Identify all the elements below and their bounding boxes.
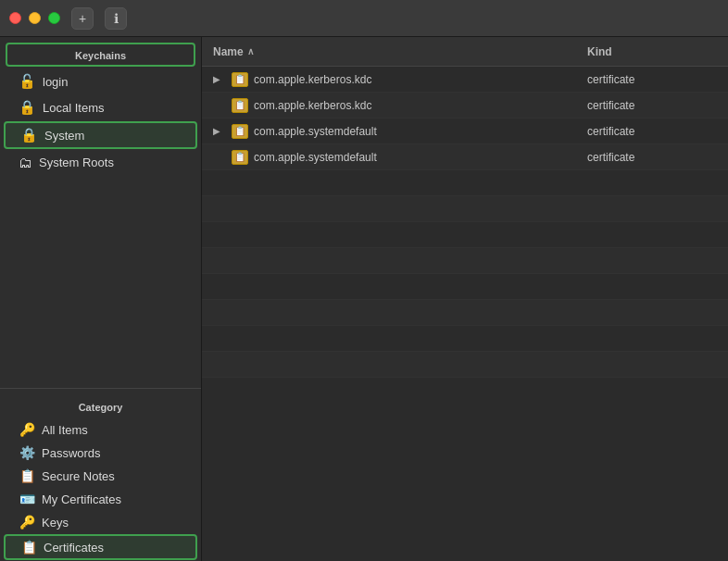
- cert-icon: 📋: [232, 124, 248, 139]
- empty-row: [202, 274, 728, 300]
- secure-notes-icon: 📋: [19, 468, 35, 483]
- table-row[interactable]: 📋 com.apple.kerberos.kdc certificate: [202, 93, 728, 118]
- column-kind-header[interactable]: Kind: [587, 45, 717, 58]
- all-items-icon: 🔑: [19, 422, 35, 437]
- empty-row: [202, 170, 728, 196]
- row-name-cell: 📋 com.apple.kerberos.kdc: [213, 98, 587, 113]
- empty-row: [202, 352, 728, 378]
- lock-closed-icon: 🔒: [19, 99, 36, 116]
- titlebar: + ℹ: [0, 0, 728, 37]
- row-kind-cell: certificate: [587, 73, 717, 86]
- row-name-cell: 📋 com.apple.systemdefault: [213, 150, 587, 165]
- table-row[interactable]: 📋 com.apple.systemdefault certificate: [202, 144, 728, 170]
- column-name-header[interactable]: Name ∧: [213, 45, 587, 58]
- table-body: ▶ 📋 com.apple.kerberos.kdc certificate 📋…: [202, 67, 728, 561]
- lock-closed-icon: 🔒: [20, 127, 38, 143]
- close-button[interactable]: [9, 12, 21, 24]
- keys-icon: 🔑: [19, 515, 35, 530]
- empty-row: [202, 248, 728, 274]
- row-name-cell: ▶ 📋 com.apple.systemdefault: [213, 124, 587, 139]
- passwords-icon: ⚙️: [19, 445, 35, 460]
- cert-icon: 📋: [232, 72, 248, 87]
- expand-icon[interactable]: ▶: [213, 74, 226, 84]
- keychains-header: Keychains: [6, 43, 195, 67]
- folder-icon: 🗂: [19, 155, 32, 170]
- add-button[interactable]: +: [71, 7, 94, 30]
- sidebar-item-local-items[interactable]: 🔒 Local Items: [4, 95, 197, 119]
- row-name-cell: ▶ 📋 com.apple.kerberos.kdc: [213, 72, 587, 87]
- sidebar-item-system-roots[interactable]: 🗂 System Roots: [4, 151, 197, 174]
- sidebar-item-passwords[interactable]: ⚙️ Passwords: [4, 442, 197, 464]
- empty-row: [202, 326, 728, 352]
- sidebar-item-keys[interactable]: 🔑 Keys: [4, 511, 197, 533]
- minimize-button[interactable]: [29, 12, 41, 24]
- table-row[interactable]: ▶ 📋 com.apple.systemdefault certificate: [202, 118, 728, 144]
- my-certificates-icon: 🪪: [19, 492, 35, 506]
- table-header: Name ∧ Kind: [202, 37, 728, 67]
- sidebar: Keychains 🔓 login 🔒 Local Items 🔒 System…: [0, 37, 202, 561]
- sidebar-item-my-certificates[interactable]: 🪪 My Certificates: [4, 488, 197, 510]
- sidebar-item-all-items[interactable]: 🔑 All Items: [4, 418, 197, 441]
- empty-row: [202, 196, 728, 222]
- row-kind-cell: certificate: [587, 99, 717, 112]
- maximize-button[interactable]: [48, 12, 60, 24]
- expand-icon[interactable]: ▶: [213, 126, 226, 136]
- sidebar-item-login[interactable]: 🔓 login: [4, 69, 197, 94]
- lock-open-icon: 🔓: [19, 73, 36, 90]
- table-row[interactable]: ▶ 📋 com.apple.kerberos.kdc certificate: [202, 67, 728, 93]
- category-header: Category: [6, 396, 195, 417]
- certificates-icon: 📋: [20, 540, 37, 555]
- main-layout: Keychains 🔓 login 🔒 Local Items 🔒 System…: [0, 37, 728, 561]
- empty-row: [202, 300, 728, 326]
- row-kind-cell: certificate: [587, 125, 717, 138]
- cert-icon: 📋: [232, 150, 248, 165]
- sort-arrow-icon: ∧: [247, 46, 254, 56]
- sidebar-item-secure-notes[interactable]: 📋 Secure Notes: [4, 465, 197, 487]
- info-button[interactable]: ℹ: [105, 7, 127, 30]
- sidebar-item-certificates[interactable]: 📋 Certificates: [4, 534, 197, 560]
- sidebar-item-system[interactable]: 🔒 System: [4, 121, 197, 149]
- category-section: Category 🔑 All Items ⚙️ Passwords 📋 Secu…: [0, 388, 201, 561]
- content-area: Name ∧ Kind ▶ 📋 com.apple.kerberos.kdc c…: [202, 37, 728, 561]
- row-kind-cell: certificate: [587, 151, 717, 164]
- cert-icon: 📋: [232, 98, 248, 113]
- empty-row: [202, 222, 728, 248]
